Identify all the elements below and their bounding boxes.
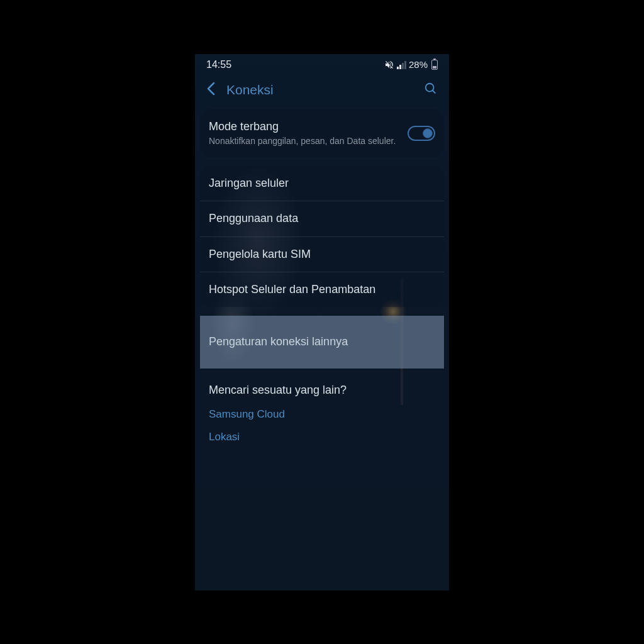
- row-label: Hotspot Seluler dan Penambatan: [209, 282, 435, 297]
- airplane-mode-subtitle: Nonaktifkan panggilan, pesan, dan Data s…: [209, 135, 408, 147]
- mobile-networks-row[interactable]: Jaringan seluler: [200, 166, 444, 201]
- row-label: Penggunaan data: [209, 211, 435, 226]
- back-button[interactable]: [206, 82, 215, 98]
- samsung-cloud-link[interactable]: Samsung Cloud: [209, 408, 435, 421]
- airplane-mode-card: Mode terbang Nonaktifkan panggilan, pesa…: [200, 109, 444, 157]
- airplane-mode-row[interactable]: Mode terbang Nonaktifkan panggilan, pesa…: [200, 109, 444, 157]
- page-title: Koneksi: [226, 82, 413, 97]
- search-icon: [424, 82, 438, 96]
- network-settings-card: Jaringan seluler Penggunaan data Pengelo…: [200, 166, 444, 308]
- looking-for-heading: Mencari sesuatu yang lain?: [209, 384, 435, 397]
- signal-icon: [397, 60, 406, 69]
- more-connection-settings-card: Pengaturan koneksi lainnya: [200, 316, 444, 368]
- data-usage-row[interactable]: Penggunaan data: [200, 201, 444, 236]
- location-link[interactable]: Lokasi: [209, 431, 435, 443]
- toggle-knob: [423, 128, 433, 138]
- row-label: Pengaturan koneksi lainnya: [209, 335, 435, 349]
- chevron-left-icon: [206, 82, 215, 96]
- status-bar: 14:55 28%: [195, 54, 449, 73]
- row-label: Jaringan seluler: [209, 176, 435, 191]
- app-header: Koneksi: [195, 73, 449, 109]
- svg-point-0: [426, 83, 434, 91]
- row-label: Pengelola kartu SIM: [209, 247, 435, 262]
- phone-screen: 14:55 28% Koneksi Mode terbang Nonaktifk…: [195, 54, 449, 591]
- status-time: 14:55: [206, 59, 231, 70]
- sim-manager-row[interactable]: Pengelola kartu SIM: [200, 237, 444, 272]
- mute-icon: [384, 60, 394, 70]
- airplane-mode-title: Mode terbang: [209, 119, 408, 134]
- status-indicators: 28%: [384, 59, 438, 70]
- search-button[interactable]: [424, 82, 438, 98]
- looking-for-section: Mencari sesuatu yang lain? Samsung Cloud…: [195, 377, 449, 460]
- airplane-mode-toggle[interactable]: [408, 126, 435, 141]
- hotspot-tethering-row[interactable]: Hotspot Seluler dan Penambatan: [200, 272, 444, 307]
- battery-icon: [431, 60, 438, 70]
- svg-line-1: [433, 90, 436, 93]
- battery-percent: 28%: [409, 59, 428, 70]
- more-connection-settings-row[interactable]: Pengaturan koneksi lainnya: [200, 316, 444, 368]
